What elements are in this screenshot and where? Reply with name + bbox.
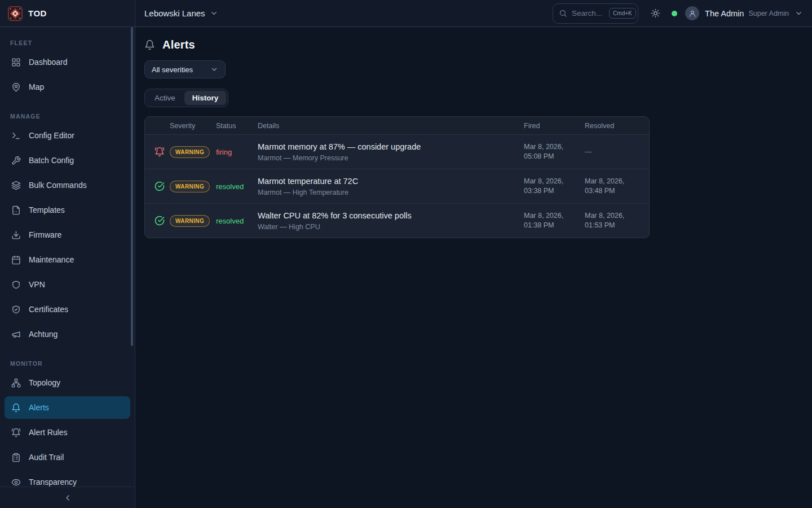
shield-icon — [11, 280, 21, 290]
sidebar-item-audit-trail[interactable]: Audit Trail — [5, 446, 130, 468]
sidebar-item-label: Certificates — [29, 305, 68, 314]
user-role: Super Admin — [748, 10, 789, 17]
sidebar-item-batch-config[interactable]: Batch Config — [5, 149, 130, 172]
tab-active[interactable]: Active — [147, 91, 183, 105]
severity-filter-select[interactable]: All severities — [144, 60, 226, 78]
brand-header: TOD — [0, 0, 135, 27]
user-name: The Admin — [705, 9, 744, 18]
bell-ring-icon — [155, 147, 165, 157]
sidebar-item-label: Maintenance — [29, 255, 74, 264]
col-fired: Fired — [524, 122, 585, 130]
sidebar-item-label: Dashboard — [29, 58, 68, 67]
sidebar-item-label: Templates — [29, 205, 65, 214]
map-pin-icon — [11, 82, 21, 92]
resolved-at: — — [585, 147, 632, 157]
sidebar-item-certificates[interactable]: Certificates — [5, 298, 130, 321]
status-dot — [672, 11, 677, 16]
sidebar: TOD FLEET Dashboard Map MANAGE Config Ed… — [0, 0, 135, 508]
eye-icon — [11, 478, 21, 487]
resolved-at: Mar 8, 2026, 01:53 PM — [585, 211, 632, 230]
sidebar-item-dashboard[interactable]: Dashboard — [5, 51, 130, 73]
severity-filter-value: All severities — [152, 65, 193, 74]
check-circle-icon — [155, 216, 165, 226]
sidebar-item-achtung[interactable]: Achtung — [5, 323, 130, 345]
col-resolved: Resolved — [585, 122, 649, 130]
user-icon — [689, 10, 696, 17]
sidebar-item-topology[interactable]: Topology — [5, 371, 130, 394]
fired-at: Mar 8, 2026, 05:08 PM — [524, 142, 571, 161]
search-shortcut-badge: Cmd+K — [609, 8, 636, 19]
sidebar-item-label: Alert Rules — [29, 428, 67, 437]
sidebar-nav: FLEET Dashboard Map MANAGE Config Editor… — [0, 27, 135, 487]
file-icon — [11, 205, 21, 215]
search-icon — [559, 9, 567, 17]
sidebar-item-label: Config Editor — [29, 131, 74, 140]
table-row[interactable]: WARNING firing Marmot memory at 87% — co… — [145, 134, 649, 169]
sidebar-item-bulk-commands[interactable]: Bulk Commands — [5, 174, 130, 196]
terminal-icon — [11, 131, 21, 141]
col-severity: Severity — [170, 122, 216, 130]
table-row[interactable]: WARNING resolved Marmot temperature at 7… — [145, 169, 649, 203]
chevron-left-icon[interactable] — [63, 493, 72, 502]
sidebar-item-vpn[interactable]: VPN — [5, 273, 130, 296]
bell-ring-icon — [11, 428, 21, 437]
sidebar-item-label: Achtung — [29, 330, 58, 339]
sidebar-item-label: VPN — [29, 280, 45, 289]
sidebar-item-label: Map — [29, 82, 44, 91]
search-input[interactable] — [572, 9, 604, 17]
severity-badge: WARNING — [170, 181, 210, 192]
sidebar-item-label: Audit Trail — [29, 453, 64, 462]
sun-icon[interactable] — [651, 8, 660, 18]
megaphone-icon — [11, 330, 21, 339]
sidebar-item-alert-rules[interactable]: Alert Rules — [5, 421, 130, 444]
chevron-down-icon[interactable] — [795, 9, 803, 17]
main-column: Lebowski Lanes Cmd+K The Admin Super Adm… — [135, 0, 812, 508]
download-icon — [11, 230, 21, 240]
bell-icon — [144, 40, 155, 50]
table-header: Severity Status Details Fired Resolved — [145, 117, 649, 134]
sidebar-item-templates[interactable]: Templates — [5, 199, 130, 221]
tab-history[interactable]: History — [184, 91, 227, 105]
tod-logo-icon — [8, 6, 23, 21]
alerts-page: Alerts All severities Active History Sev… — [135, 27, 812, 249]
sidebar-item-label: Transparency — [29, 478, 77, 487]
sidebar-item-alerts[interactable]: Alerts — [5, 396, 130, 419]
sidebar-item-label: Firmware — [29, 230, 61, 239]
alert-title: Marmot memory at 87% — consider upgrade — [258, 142, 524, 151]
status-text: firing — [216, 148, 258, 156]
sidebar-item-transparency[interactable]: Transparency — [5, 471, 130, 487]
sidebar-item-map[interactable]: Map — [5, 76, 130, 98]
section-label-manage: MANAGE — [5, 100, 130, 124]
status-text: resolved — [216, 182, 258, 191]
wrench-icon — [11, 156, 21, 165]
sidebar-item-label: Batch Config — [29, 156, 74, 165]
severity-badge: WARNING — [170, 146, 210, 158]
alert-subtitle: Marmot — Memory Pressure — [258, 154, 524, 162]
site-selector[interactable]: Lebowski Lanes — [144, 8, 218, 18]
alert-title: Marmot temperature at 72C — [258, 177, 524, 186]
sidebar-item-label: Topology — [29, 378, 60, 387]
chevron-down-icon — [210, 9, 218, 17]
table-row[interactable]: WARNING resolved Walter CPU at 82% for 3… — [145, 203, 649, 238]
calendar-icon — [11, 255, 21, 265]
section-label-monitor: MONITOR — [5, 348, 130, 371]
search-box[interactable]: Cmd+K — [553, 3, 638, 24]
page-header: Alerts — [144, 38, 803, 51]
sidebar-item-config-editor[interactable]: Config Editor — [5, 124, 130, 147]
network-icon — [11, 378, 21, 388]
sidebar-item-maintenance[interactable]: Maintenance — [5, 248, 130, 271]
check-circle-icon — [155, 181, 165, 191]
col-details: Details — [258, 122, 524, 130]
clipboard-list-icon — [11, 453, 21, 462]
resolved-at: Mar 8, 2026, 03:48 PM — [585, 177, 632, 196]
alert-subtitle: Walter — High CPU — [258, 223, 524, 231]
sidebar-footer — [0, 487, 135, 508]
sidebar-scrollbar[interactable] — [131, 27, 133, 346]
section-label-fleet: FLEET — [5, 27, 130, 51]
sidebar-item-firmware[interactable]: Firmware — [5, 224, 130, 246]
shield-check-icon — [11, 305, 21, 314]
alert-title: Walter CPU at 82% for 3 consecutive poll… — [258, 211, 524, 220]
avatar[interactable] — [685, 6, 699, 20]
status-text: resolved — [216, 217, 258, 225]
page-title: Alerts — [162, 38, 195, 51]
